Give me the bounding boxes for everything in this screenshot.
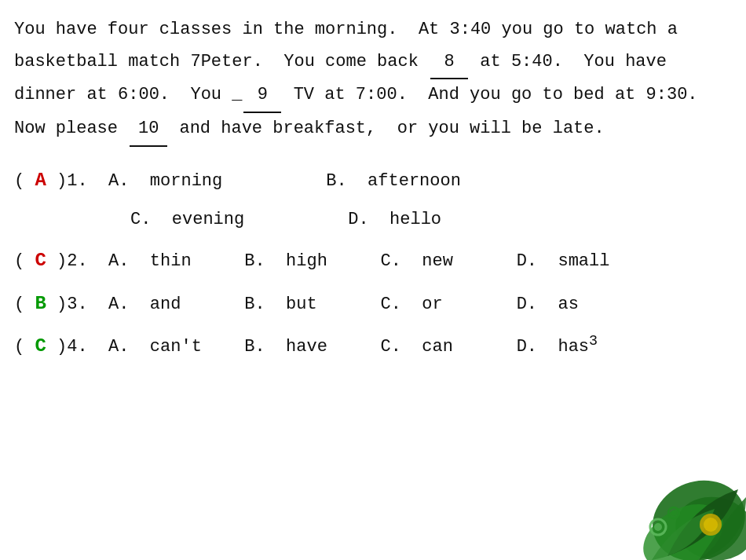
leaf-decoration (589, 434, 746, 560)
question-1-row2: C. evening D. hello (14, 202, 732, 238)
q2-paren-open: ( (14, 251, 24, 271)
q1-optD: D. hello (348, 210, 441, 229)
blank-10: 10 (130, 113, 167, 147)
q3-optD: D. as (517, 295, 579, 314)
svg-point-1 (671, 491, 746, 560)
svg-point-0 (642, 467, 746, 560)
q4-optD: D. has3 (517, 337, 598, 357)
q4-paren-close: )4. (57, 337, 98, 357)
blank-9: 9 (243, 79, 281, 113)
q4-optC: C. can (380, 329, 506, 365)
q4-optA: A. can't (108, 329, 234, 365)
q3-optA: A. and (108, 287, 234, 323)
q3-paren-open: ( (14, 295, 24, 314)
q2-paren-close: )2. (57, 251, 98, 271)
q3-optC: C. or (380, 287, 506, 323)
svg-point-7 (700, 514, 722, 536)
q3-paren-close: )3. (57, 295, 98, 314)
blank-8: 8 (430, 46, 468, 80)
question-4: ( C )4. A. can't B. have C. can D. has3 (14, 327, 732, 367)
svg-point-3 (650, 519, 666, 535)
q2-optD: D. small (517, 251, 610, 271)
q1-answer: A (35, 170, 46, 191)
text-part-1: You have four classes in the morning. At… (14, 20, 708, 138)
main-content: You have four classes in the morning. At… (0, 0, 746, 378)
q3-answer: B (35, 293, 46, 314)
paragraph-text: You have four classes in the morning. At… (14, 14, 732, 147)
svg-point-4 (654, 523, 662, 531)
question-2: ( C )2. A. thin B. high C. new D. small (14, 241, 732, 280)
q1-optB: B. afternoon (326, 171, 461, 191)
q2-optC: C. new (380, 243, 506, 280)
q1-paren-open: ( (14, 171, 24, 191)
decoration-container (589, 434, 746, 560)
q1-optA: A. morning (108, 163, 316, 199)
q2-optA: A. thin (108, 243, 234, 280)
question-3: ( B )3. A. and B. but C. or D. as (14, 284, 732, 324)
q4-answer: C (35, 335, 46, 357)
question-1: ( A )1. A. morning B. afternoon (14, 161, 732, 200)
q2-answer: C (35, 250, 46, 271)
q1-paren-close: )1. (57, 171, 98, 191)
q1-optC: C. evening (130, 202, 338, 238)
svg-point-2 (632, 491, 734, 560)
q4-paren-open: ( (14, 337, 24, 357)
questions-section: ( A )1. A. morning B. afternoon C. eveni… (14, 161, 732, 367)
q2-optB: B. high (244, 243, 370, 280)
svg-point-5 (668, 507, 679, 518)
svg-point-8 (704, 518, 718, 532)
q4-optB: B. have (244, 329, 370, 365)
svg-point-6 (671, 511, 677, 516)
q3-optB: B. but (244, 287, 370, 323)
